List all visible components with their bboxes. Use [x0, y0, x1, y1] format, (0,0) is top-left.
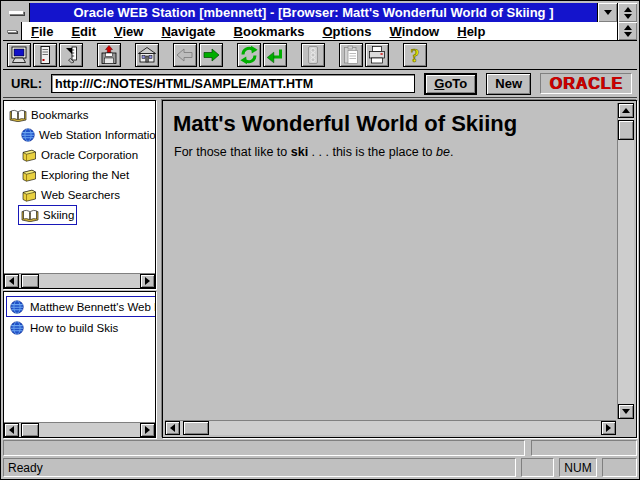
statusbar-pane-1: [521, 458, 554, 477]
scrollbar-track[interactable]: [39, 423, 140, 437]
toolbar-button-help[interactable]: ?: [403, 43, 427, 67]
scrollbar-track[interactable]: [209, 421, 601, 435]
toolbar-button-reload[interactable]: [237, 43, 261, 67]
bookmark-label: Exploring the Net: [41, 169, 129, 181]
closed-book-icon: [21, 149, 37, 162]
open-book-icon: [21, 209, 39, 222]
traffic-light-icon: [303, 45, 323, 65]
toolbar-group-4: [173, 43, 223, 67]
goto-button-label: GoTo: [434, 76, 467, 91]
ruler-pen-icon: [61, 45, 81, 65]
menu-item-bookmarks[interactable]: Bookmarks: [225, 22, 314, 40]
scroll-left-button[interactable]: [4, 274, 19, 288]
toolbar-group-8: ?: [403, 43, 427, 67]
toolbar-button-home[interactable]: [135, 43, 159, 67]
server-icon: [35, 45, 55, 65]
globe-icon: [10, 300, 24, 314]
floppy-upload-icon: [99, 45, 119, 65]
menu-bar: FileEditViewNavigateBookmarksOptionsWind…: [3, 22, 637, 41]
url-label: URL:: [11, 76, 42, 91]
globe-icon: [10, 321, 24, 335]
menu-spacer: [494, 22, 617, 40]
toolbar-button-stop[interactable]: [301, 43, 325, 67]
toolbar-button-copy[interactable]: [339, 43, 363, 67]
bookmarks-horizontal-scrollbar[interactable]: [4, 273, 155, 288]
toolbar-button-workstation[interactable]: [7, 43, 31, 67]
forward-arrow-icon: [201, 45, 221, 65]
window-title: Oracle WEB Station [mbennett] - [Browser…: [30, 3, 597, 22]
toolbar-button-return[interactable]: [263, 43, 287, 67]
bookmarks-root[interactable]: Bookmarks: [6, 105, 92, 125]
bookmark-label: Oracle Corporation: [41, 149, 138, 161]
scroll-right-button[interactable]: [601, 421, 616, 435]
document-system-menu-button[interactable]: [3, 22, 22, 40]
toolbar: ?: [3, 41, 637, 70]
printer-icon: [367, 45, 387, 65]
url-input[interactable]: [51, 74, 415, 93]
content-horizontal-scrollbar[interactable]: [165, 420, 616, 435]
menu-item-help[interactable]: Help: [448, 22, 494, 40]
oracle-logo-panel: ORACLE: [540, 73, 632, 94]
bookmark-item-oracle-corporation[interactable]: Oracle Corporation: [18, 145, 141, 165]
menu-item-file[interactable]: File: [22, 22, 62, 40]
toolbar-button-forward[interactable]: [199, 43, 223, 67]
menu-item-window[interactable]: Window: [381, 22, 449, 40]
toolbar-button-server[interactable]: [33, 43, 57, 67]
browser-content-pane: Matt's Wonderful World of Skiing For tho…: [162, 100, 637, 438]
scroll-left-button[interactable]: [4, 423, 19, 437]
bookmark-label: Skiing: [43, 209, 74, 221]
scrollbar-track[interactable]: [618, 140, 634, 404]
scrollbar-thumb[interactable]: [618, 120, 634, 140]
scrollbar-thumb[interactable]: [183, 421, 209, 435]
left-arrow-icon: [9, 277, 14, 285]
closed-book-icon: [21, 189, 37, 202]
toolbar-button-back[interactable]: [173, 43, 197, 67]
toolbar-button-edit-ruler[interactable]: [59, 43, 83, 67]
scroll-left-button[interactable]: [165, 421, 180, 435]
toolbar-button-save-upload[interactable]: [97, 43, 121, 67]
scroll-up-button[interactable]: [618, 103, 634, 118]
goto-button[interactable]: GoTo: [424, 73, 477, 95]
menu-item-navigate[interactable]: Navigate: [152, 22, 224, 40]
scrollbar-thumb[interactable]: [21, 423, 39, 437]
toolbar-button-print[interactable]: [365, 43, 389, 67]
down-arrow-icon: [622, 409, 630, 414]
toolbar-group-6: [301, 43, 325, 67]
document-restore-icon: [624, 25, 632, 37]
page-list-item-how-to-build-skis[interactable]: How to build Skis: [6, 317, 155, 338]
minimize-button[interactable]: [597, 3, 617, 22]
bookmark-item-skiing[interactable]: Skiing: [18, 205, 77, 225]
question-mark-icon: ?: [405, 45, 425, 65]
right-arrow-icon: [145, 426, 150, 434]
document-restore-button[interactable]: [617, 22, 637, 40]
sidebar: BookmarksWeb Station InformationOracle C…: [3, 100, 156, 438]
new-button[interactable]: New: [486, 73, 531, 95]
scroll-right-button[interactable]: [140, 423, 155, 437]
bookmark-item-web-searchers[interactable]: Web Searchers: [18, 185, 123, 205]
info-field-right: [531, 440, 637, 456]
restore-icon: [624, 7, 632, 19]
menu-item-options[interactable]: Options: [313, 22, 380, 40]
url-bar: URL: GoTo New ORACLE: [3, 70, 637, 98]
document-system-menu-icon: [7, 30, 17, 33]
toolbar-group-5: [237, 43, 287, 67]
content-vertical-scrollbar[interactable]: [617, 103, 634, 419]
toolbar-group-2: [97, 43, 121, 67]
menu-item-view[interactable]: View: [105, 22, 152, 40]
system-menu-button[interactable]: [3, 3, 30, 22]
bookmark-item-web-station-information[interactable]: Web Station Information: [18, 125, 155, 145]
bookmark-label: Bookmarks: [31, 109, 89, 121]
svg-text:?: ?: [411, 46, 420, 66]
scrollbar-thumb[interactable]: [21, 274, 39, 288]
scroll-down-button[interactable]: [618, 404, 634, 419]
page-list-item-matthew-bennett-s-web-pa[interactable]: Matthew Bennett's Web Pa: [6, 296, 155, 317]
left-arrow-icon: [9, 426, 14, 434]
scrollbar-track[interactable]: [39, 274, 140, 288]
menu-item-edit[interactable]: Edit: [62, 22, 105, 40]
restore-button[interactable]: [617, 3, 637, 22]
pages-horizontal-scrollbar[interactable]: [4, 422, 155, 437]
left-arrow-icon: [170, 424, 175, 432]
toolbar-group-1: [7, 43, 83, 67]
bookmark-item-exploring-the-net[interactable]: Exploring the Net: [18, 165, 132, 185]
scroll-right-button[interactable]: [140, 274, 155, 288]
